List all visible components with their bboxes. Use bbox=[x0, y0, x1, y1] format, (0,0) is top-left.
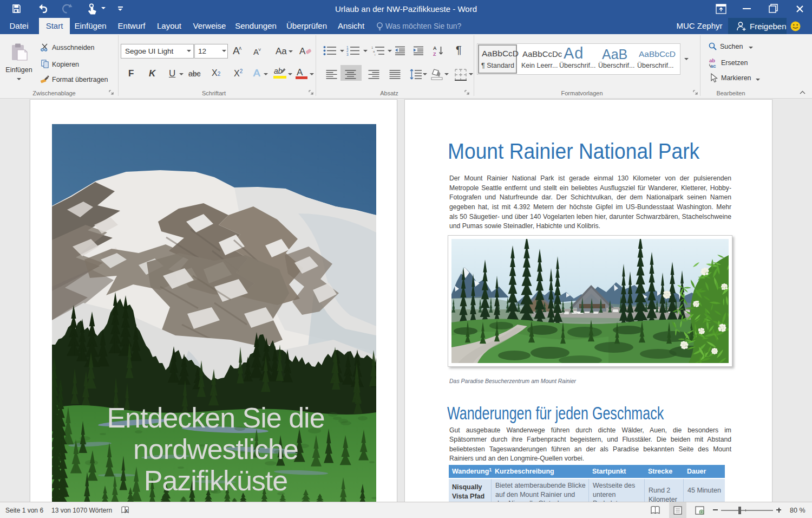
svg-text:i: i bbox=[375, 53, 375, 56]
svg-text:Z: Z bbox=[433, 51, 436, 56]
svg-text:1: 1 bbox=[371, 46, 374, 49]
svg-text:a: a bbox=[373, 50, 375, 53]
svg-text:A: A bbox=[433, 46, 437, 51]
svg-text:ac: ac bbox=[710, 63, 716, 69]
svg-text:3: 3 bbox=[346, 53, 349, 56]
svg-text:x: x bbox=[126, 508, 128, 513]
